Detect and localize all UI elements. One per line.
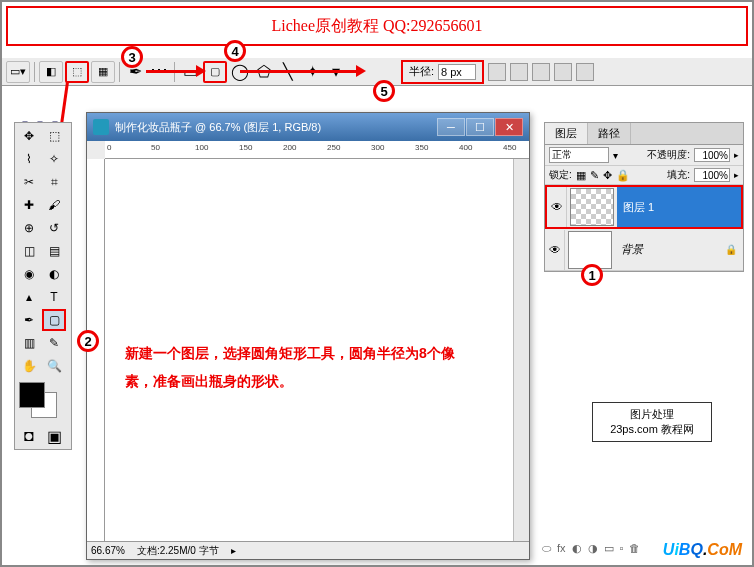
adjustment-icon[interactable]: ◑	[588, 542, 598, 555]
ruler-tick: 450	[503, 143, 516, 152]
dropdown-icon[interactable]: ▾	[613, 150, 618, 161]
instruction-text: 新建一个图层，选择圆角矩形工具，圆角半径为8个像 素，准备画出瓶身的形状。	[125, 339, 493, 395]
ruler-tick: 250	[327, 143, 340, 152]
brush-tool[interactable]: 🖌	[42, 194, 66, 216]
color-swatches[interactable]	[17, 382, 67, 422]
document-window: 制作化妆品瓶子 @ 66.7% (图层 1, RGB/8) ─ ☐ ✕ 0 50…	[86, 112, 530, 560]
fill-pixels-mode[interactable]: ▦	[91, 61, 115, 83]
lock-position-icon[interactable]: ✥	[603, 169, 612, 182]
lock-fill-row: 锁定: ▦ ✎ ✥ 🔒 填充: ▸	[545, 166, 743, 185]
tool-preset-picker[interactable]: ▭▾	[6, 61, 30, 83]
visibility-toggle-icon[interactable]: 👁	[547, 187, 567, 227]
pen-tool[interactable]: ✒	[17, 309, 41, 331]
step-marker-2: 2	[77, 330, 99, 352]
ruler-tick: 0	[107, 143, 111, 152]
link-layers-icon[interactable]: ⬭	[542, 542, 551, 555]
lock-paint-icon[interactable]: ✎	[590, 169, 599, 182]
foreground-color[interactable]	[19, 382, 45, 408]
paths-mode[interactable]: ⬚	[65, 61, 89, 83]
move-tool[interactable]: ✥	[17, 125, 41, 147]
history-brush-tool[interactable]: ↺	[42, 217, 66, 239]
ruler-tick: 100	[195, 143, 208, 152]
opacity-input[interactable]	[694, 148, 730, 162]
hand-tool[interactable]: ✋	[17, 355, 41, 377]
type-tool[interactable]: T	[42, 286, 66, 308]
layer-list: 👁 图层 1 👁 背景 🔒	[545, 185, 743, 271]
radius-input[interactable]	[438, 64, 476, 80]
visibility-toggle-icon[interactable]: 👁	[545, 230, 565, 270]
radius-label: 半径:	[409, 64, 434, 79]
screen-mode-toggle[interactable]: ▣	[42, 425, 66, 447]
step-marker-3: 3	[121, 46, 143, 68]
fill-slider-icon[interactable]: ▸	[734, 170, 739, 180]
path-op-add[interactable]	[510, 63, 528, 81]
tutorial-banner: Lichee原创教程 QQ:292656601	[6, 6, 748, 46]
group-icon[interactable]: ▭	[604, 542, 614, 555]
tab-layers[interactable]: 图层	[545, 123, 588, 144]
lasso-tool[interactable]: ⌇	[17, 148, 41, 170]
zoom-level[interactable]: 66.67%	[91, 545, 125, 556]
fx-icon[interactable]: fx	[557, 542, 566, 554]
slice-tool[interactable]: ⌗	[42, 171, 66, 193]
path-op-intersect[interactable]	[554, 63, 572, 81]
arrow-head-icon	[196, 65, 206, 77]
path-op-new[interactable]	[488, 63, 506, 81]
crop-tool[interactable]: ✂	[17, 171, 41, 193]
ruler-tick: 150	[239, 143, 252, 152]
window-titlebar[interactable]: 制作化妆品瓶子 @ 66.7% (图层 1, RGB/8) ─ ☐ ✕	[87, 113, 529, 141]
close-button[interactable]: ✕	[495, 118, 523, 136]
tab-paths[interactable]: 路径	[588, 123, 631, 144]
healing-tool[interactable]: ✚	[17, 194, 41, 216]
gradient-tool[interactable]: ▤	[42, 240, 66, 262]
vertical-scrollbar[interactable]	[513, 159, 529, 541]
wand-tool[interactable]: ✧	[42, 148, 66, 170]
path-op-subtract[interactable]	[532, 63, 550, 81]
new-layer-icon[interactable]: ▫	[620, 542, 624, 554]
lock-all-icon[interactable]: 🔒	[616, 169, 630, 182]
layer-thumbnail[interactable]	[568, 231, 612, 269]
eyedropper-tool[interactable]: ✎	[42, 332, 66, 354]
window-controls: ─ ☐ ✕	[437, 118, 523, 136]
blur-tool[interactable]: ◉	[17, 263, 41, 285]
tutorial-arrow	[240, 70, 358, 73]
quick-mask-toggle[interactable]: ◘	[17, 425, 41, 447]
step-marker-4: 4	[224, 40, 246, 62]
layer-item[interactable]: 👁 背景 🔒	[545, 229, 743, 271]
opacity-slider-icon[interactable]: ▸	[734, 150, 739, 160]
trash-icon[interactable]: 🗑	[629, 542, 640, 554]
lock-transparency-icon[interactable]: ▦	[576, 169, 586, 182]
maximize-button[interactable]: ☐	[466, 118, 494, 136]
shape-layers-mode[interactable]: ◧	[39, 61, 63, 83]
ruler-tick: 350	[415, 143, 428, 152]
shape-tool[interactable]: ▢	[42, 309, 66, 331]
fill-input[interactable]	[694, 168, 730, 182]
marquee-tool[interactable]: ⬚	[42, 125, 66, 147]
eraser-tool[interactable]: ◫	[17, 240, 41, 262]
watermark: 图片处理 23ps.com 教程网	[592, 402, 712, 442]
layer-name[interactable]: 背景 🔒	[615, 230, 743, 270]
instruction-line: 素，准备画出瓶身的形状。	[125, 367, 493, 395]
dodge-tool[interactable]: ◐	[42, 263, 66, 285]
layer-thumbnail[interactable]	[570, 188, 614, 226]
toolbox: ✥ ⬚ ⌇ ✧ ✂ ⌗ ✚ 🖌 ⊕ ↺ ◫ ▤ ◉ ◐ ▴ T ✒ ▢ ▥ ✎ …	[14, 122, 72, 450]
horizontal-ruler[interactable]: 0 50 100 150 200 250 300 350 400 450	[105, 141, 529, 159]
minimize-button[interactable]: ─	[437, 118, 465, 136]
stamp-tool[interactable]: ⊕	[17, 217, 41, 239]
canvas[interactable]: 新建一个图层，选择圆角矩形工具，圆角半径为8个像 素，准备画出瓶身的形状。	[105, 159, 513, 541]
step-marker-5: 5	[373, 80, 395, 102]
path-op-exclude[interactable]	[576, 63, 594, 81]
path-select-tool[interactable]: ▴	[17, 286, 41, 308]
blend-mode-select[interactable]	[549, 147, 609, 163]
doc-info[interactable]: 文档:2.25M/0 字节	[137, 544, 219, 558]
status-menu-icon[interactable]: ▸	[231, 545, 236, 556]
layer-name[interactable]: 图层 1	[617, 187, 741, 227]
zoom-tool[interactable]: 🔍	[42, 355, 66, 377]
radius-field-group: 半径:	[401, 60, 484, 84]
step-marker-1: 1	[581, 264, 603, 286]
blend-opacity-row: ▾ 不透明度: ▸	[545, 145, 743, 166]
notes-tool[interactable]: ▥	[17, 332, 41, 354]
layer-item[interactable]: 👁 图层 1	[545, 185, 743, 229]
mask-icon[interactable]: ◐	[572, 542, 582, 555]
watermark-line: 23ps.com 教程网	[610, 422, 694, 437]
rounded-rectangle-shape-icon[interactable]: ▢	[203, 61, 227, 83]
